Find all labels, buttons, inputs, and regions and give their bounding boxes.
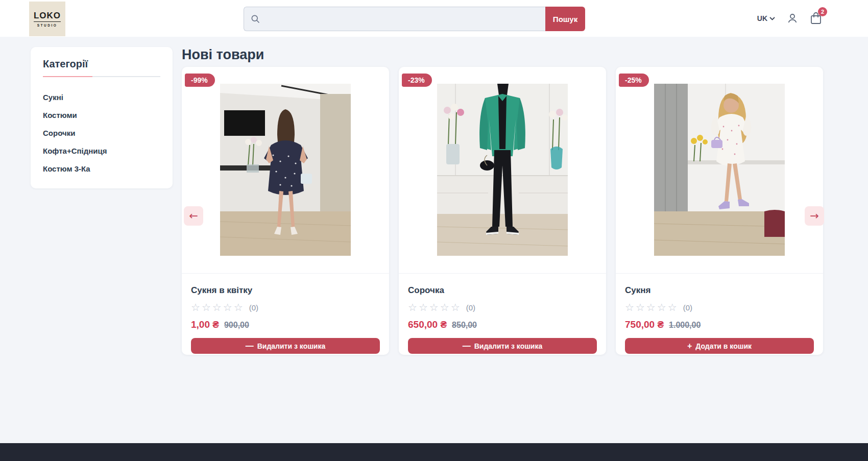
carousel-next-button[interactable]: → <box>805 206 824 226</box>
product-card: -23% Сорочка ☆☆☆☆☆ (0) 650,00 ₴ 850,00 —… <box>399 67 606 355</box>
search-icon <box>250 14 260 24</box>
search-input[interactable] <box>260 7 545 31</box>
cart-count-badge: 2 <box>818 7 827 16</box>
price-row: 1,00 ₴ 900,00 <box>191 319 380 330</box>
categories-list: Сукні Костюми Сорочки Кофта+Спідниця Кос… <box>43 88 160 178</box>
arrow-left-icon: ← <box>189 210 198 222</box>
remove-from-cart-button[interactable]: — Видалити з кошика <box>191 338 380 354</box>
cart-button-label: Додати в кошик <box>695 342 752 350</box>
price-row: 750,00 ₴ 1.000,00 <box>625 319 814 330</box>
sidebar-item-kostiumy[interactable]: Костюми <box>43 106 160 124</box>
user-icon <box>786 12 799 25</box>
carousel-prev-button[interactable]: ← <box>184 206 203 226</box>
logo[interactable]: LOKO STUDIO <box>29 2 65 36</box>
cart-button-label: Видалити з кошика <box>474 342 543 350</box>
logo-subtext: STUDIO <box>37 23 58 27</box>
language-label: UK <box>757 14 767 22</box>
current-price: 650,00 ₴ <box>408 319 447 330</box>
rating-count: (0) <box>249 303 258 312</box>
sidebar-item-kostium-3ka[interactable]: Костюм 3-Ка <box>43 160 160 178</box>
current-price: 1,00 ₴ <box>191 319 219 330</box>
search-box <box>244 7 545 31</box>
header-actions: UK 2 <box>757 0 822 37</box>
logo-text: LOKO <box>34 11 61 22</box>
discount-badge: -23% <box>402 74 432 87</box>
star-icons: ☆☆☆☆☆ <box>191 302 245 312</box>
star-icons: ☆☆☆☆☆ <box>408 302 462 312</box>
rating-count: (0) <box>466 303 475 312</box>
sidebar-item-sukni[interactable]: Сукні <box>43 88 160 106</box>
chevron-down-icon <box>769 17 775 20</box>
old-price: 900,00 <box>224 321 249 330</box>
discount-badge: -99% <box>185 74 215 87</box>
page-title: Нові товари <box>182 47 264 63</box>
product-name[interactable]: Сорочка <box>408 285 597 296</box>
product-name[interactable]: Сукня в квітку <box>191 285 380 296</box>
language-selector[interactable]: UK <box>757 14 775 22</box>
product-card: -25% Сукня ☆☆☆☆☆ (0) 750,00 ₴ 1.000,00 +… <box>616 67 823 355</box>
categories-divider <box>43 76 160 77</box>
product-card: -99% Сукня в квітку ☆☆☆☆☆ (0) 1,00 ₴ 900… <box>182 67 389 355</box>
header: LOKO STUDIO Пошук UK <box>0 0 868 37</box>
account-button[interactable] <box>786 12 799 25</box>
footer <box>0 443 868 461</box>
minus-icon: — <box>463 342 471 350</box>
product-info: Сукня ☆☆☆☆☆ (0) 750,00 ₴ 1.000,00 + Дода… <box>616 273 823 354</box>
sidebar-item-sorochky[interactable]: Сорочки <box>43 124 160 142</box>
arrow-right-icon: → <box>810 210 819 222</box>
categories-title: Категорії <box>43 58 160 70</box>
product-name[interactable]: Сукня <box>625 285 814 296</box>
discount-badge: -25% <box>619 74 649 87</box>
cart-button[interactable]: 2 <box>810 12 822 25</box>
search-button[interactable]: Пошук <box>545 7 585 31</box>
add-to-cart-button[interactable]: + Додати в кошик <box>625 338 814 354</box>
plus-icon: + <box>687 342 692 350</box>
product-image[interactable] <box>437 84 568 256</box>
product-info: Сорочка ☆☆☆☆☆ (0) 650,00 ₴ 850,00 — Вида… <box>399 273 606 354</box>
star-icons: ☆☆☆☆☆ <box>625 302 679 312</box>
old-price: 1.000,00 <box>669 321 701 330</box>
price-row: 650,00 ₴ 850,00 <box>408 319 597 330</box>
cart-button-label: Видалити з кошика <box>257 342 326 350</box>
minus-icon: — <box>246 342 254 350</box>
sidebar-item-kofta-spidnytsia[interactable]: Кофта+Спідниця <box>43 142 160 160</box>
rating-row: ☆☆☆☆☆ (0) <box>191 302 380 312</box>
search-bar: Пошук <box>244 7 585 31</box>
old-price: 850,00 <box>452 321 477 330</box>
rating-row: ☆☆☆☆☆ (0) <box>625 302 814 312</box>
remove-from-cart-button[interactable]: — Видалити з кошика <box>408 338 597 354</box>
product-image[interactable] <box>220 84 351 256</box>
rating-row: ☆☆☆☆☆ (0) <box>408 302 597 312</box>
categories-panel: Категорії Сукні Костюми Сорочки Кофта+Сп… <box>31 47 173 188</box>
rating-count: (0) <box>683 303 692 312</box>
current-price: 750,00 ₴ <box>625 319 664 330</box>
product-info: Сукня в квітку ☆☆☆☆☆ (0) 1,00 ₴ 900,00 —… <box>182 273 389 354</box>
product-image[interactable] <box>654 84 785 256</box>
